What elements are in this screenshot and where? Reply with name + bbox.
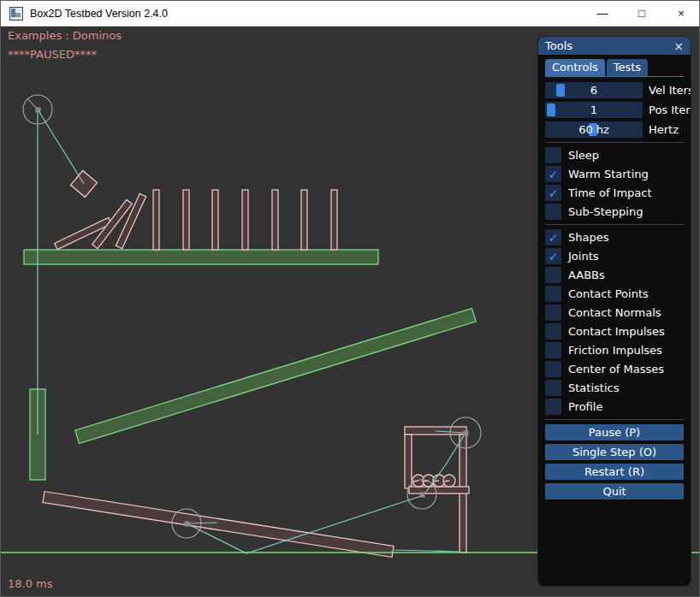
checkbox-label: Warm Starting [568,168,649,180]
button-pause-p[interactable]: Pause (P) [545,424,684,440]
tools-panel: Tools × ControlsTests 6Vel Iters1Pos Ite… [537,36,691,587]
seesaw-plank [43,492,394,558]
checkbox-sleep[interactable]: Sleep [545,147,684,163]
frame-structure [405,427,469,553]
checked-box[interactable]: ✓ [545,229,561,245]
button-restart-r[interactable]: Restart (R) [545,464,684,480]
close-icon: × [678,7,685,20]
checkbox-center-of-masses[interactable]: Center of Masses [545,361,684,377]
sliders: 6Vel Iters1Pos Iters60 hzHertz [545,82,684,138]
slider-value: 6 [545,82,643,98]
slider-label: Pos Iters [649,103,691,116]
checkbox-label: Sleep [568,149,599,162]
checkbox-aabbs[interactable]: AABBs [545,267,684,283]
checked-box[interactable]: ✓ [545,248,561,264]
unchecked-box[interactable] [545,323,561,340]
action-buttons: Pause (P)Single Step (O)Restart (R)Quit [545,424,684,499]
joint-circles [23,95,481,538]
checkbox-profile[interactable]: Profile [545,399,684,415]
checkbox-label: Contact Impulses [568,325,665,338]
tools-title: Tools [545,39,572,52]
minimize-button[interactable]: — [583,1,622,26]
checkbox-label: Center of Masses [568,363,664,375]
checkbox-contact-points[interactable]: Contact Points [545,286,684,302]
checkbox-shapes[interactable]: ✓Shapes [545,229,684,245]
slider-value: 1 [545,102,643,118]
maximize-button[interactable]: □ [622,1,661,26]
os-titlebar[interactable]: Box2D Testbed Version 2.4.0 —□× [1,1,700,27]
button-single-step-o[interactable]: Single Step (O) [545,444,684,460]
checkbox-joints[interactable]: ✓Joints [545,248,684,264]
green-angled-plank [75,309,476,444]
checkbox-label: Statistics [568,381,619,394]
unchecked-box[interactable] [545,361,561,377]
slider-label: Vel Iters [649,84,691,97]
separator [545,142,684,143]
minimize-icon: — [597,7,608,20]
checkbox-friction-impulses[interactable]: Friction Impulses [545,342,684,358]
standing-dominoes [153,190,337,250]
tab-tests[interactable]: Tests [607,59,648,76]
maximize-icon: □ [638,7,645,20]
unchecked-box[interactable] [545,399,561,415]
domino-shelf [24,250,378,264]
tools-tabbar: ControlsTests [545,59,684,77]
unchecked-box[interactable] [545,204,561,220]
slider-pos-iters[interactable]: 1 [545,102,643,118]
slider-value: 60 hz [545,121,643,138]
checkbox-label: Shapes [568,231,608,244]
checkbox-time-of-impact[interactable]: ✓Time of Impact [545,185,684,201]
unchecked-box[interactable] [545,147,561,163]
checkbox-label: Time of Impact [568,186,652,199]
window-controls: —□× [583,1,700,26]
checkbox-label: Friction Impulses [568,344,662,357]
close-icon[interactable]: × [673,40,684,52]
checkbox-warm-starting[interactable]: ✓Warm Starting [545,166,684,182]
slider-row-vel-iters: 6Vel Iters [545,82,684,98]
unchecked-box[interactable] [545,304,561,321]
tab-controls[interactable]: Controls [545,59,605,76]
checkbox-groups: Sleep✓Warm Starting✓Time of ImpactSub-St… [545,142,684,420]
separator [545,224,684,225]
slider-label: Hertz [649,123,679,136]
checkbox-contact-normals[interactable]: Contact Normals [545,304,684,321]
close-button[interactable]: × [661,1,700,26]
checkbox-statistics[interactable]: Statistics [545,380,684,396]
checked-box[interactable]: ✓ [545,185,561,201]
app-icon [9,7,23,21]
window-title: Box2D Testbed Version 2.4.0 [30,8,168,20]
button-quit[interactable]: Quit [545,483,684,499]
slider-row-pos-iters: 1Pos Iters [545,102,684,118]
tools-titlebar[interactable]: Tools × [538,37,691,55]
fallen-dominoes [55,193,146,249]
slider-vel-iters[interactable]: 6 [545,82,643,98]
checkbox-label: Contact Normals [568,306,661,319]
checkbox-label: Contact Points [568,287,649,300]
checkbox-label: AABBs [568,269,605,281]
checked-box[interactable]: ✓ [545,166,561,182]
tools-body: ControlsTests 6Vel Iters1Pos Iters60 hzH… [538,55,691,510]
checkbox-contact-impulses[interactable]: Contact Impulses [545,323,684,340]
slider-row-hertz: 60 hzHertz [545,121,684,138]
checkbox-sub-stepping[interactable]: Sub-Stepping [545,204,684,220]
checkbox-label: Sub-Stepping [568,205,643,218]
unchecked-box[interactable] [545,342,561,358]
checkbox-label: Joints [568,250,599,263]
separator [545,419,684,420]
checkbox-label: Profile [568,400,602,413]
unchecked-box[interactable] [545,267,561,283]
slider-hertz[interactable]: 60 hz [545,121,643,138]
unchecked-box[interactable] [545,286,561,302]
unchecked-box[interactable] [545,380,561,396]
